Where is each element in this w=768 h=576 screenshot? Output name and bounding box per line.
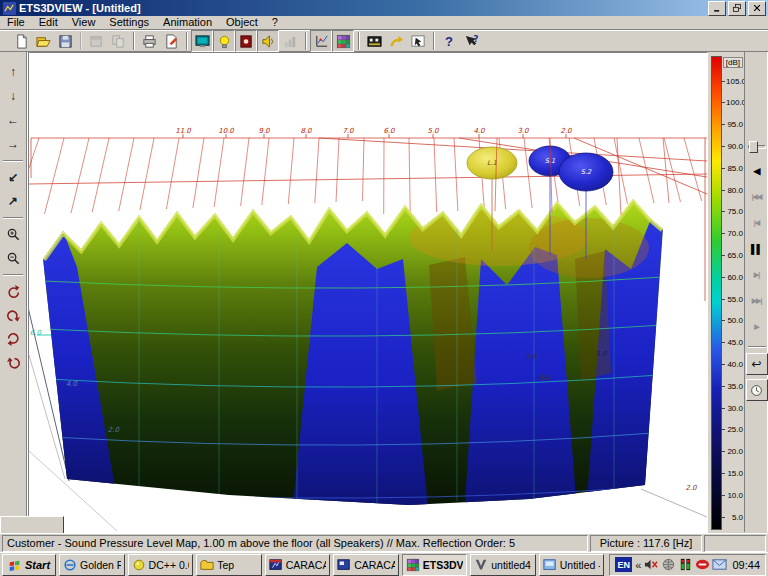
move-forward-button[interactable]: ↗ [1,189,25,213]
3d-spl-map[interactable]: L.1S.1S.2 11.010.09.08.07.06.05.04.03.02… [29,53,707,533]
taskbar: Start Golden Pa...DC++ 0.6...TepCARACAD … [0,552,768,576]
render-canvas[interactable]: L.1S.1S.2 11.010.09.08.07.06.05.04.03.02… [28,52,708,534]
page-setup-button[interactable] [160,30,182,52]
windows-flag-icon [8,558,22,572]
title-bar[interactable]: ETS3DVIEW - [Untitled] [0,0,768,16]
menu-item[interactable]: Settings [102,16,156,29]
language-indicator[interactable]: EN [615,557,632,572]
object-pick-button[interactable] [407,30,429,52]
menu-item[interactable]: View [65,16,103,29]
play-button[interactable]: ▶ [746,314,768,340]
tray-chevron[interactable]: « [635,559,641,571]
globe-icon [661,557,676,572]
db-scale-tick: 45.0 [721,338,743,348]
exportarc-icon [389,34,404,49]
left-axis-label: 4.0 [66,380,78,388]
animation-slider[interactable] [748,140,766,152]
status-bar: Customer - Sound Pressure Level Map, 1.0… [0,533,768,552]
copy-button[interactable] [107,30,129,52]
print-button[interactable] [138,30,160,52]
task-tep[interactable]: Tep [196,554,262,576]
pan-up-button[interactable]: ↑ [1,60,25,84]
task-golden-pa[interactable]: Golden Pa... [59,554,125,576]
save-button[interactable] [54,30,76,52]
window-copy-button[interactable] [85,30,107,52]
task-untitled[interactable]: Untitled - ... [539,554,605,576]
close-button[interactable] [748,1,766,16]
pan-right-button[interactable]: → [1,132,25,156]
pagered-icon [164,34,179,49]
db-scale-tick: 35.0 [721,381,743,391]
zoom-in-button[interactable] [1,222,25,246]
menu-item[interactable]: File [0,16,32,29]
restore-button[interactable] [728,1,746,16]
skip-start-button[interactable]: |◀◀ [746,184,768,210]
redbox-icon [239,34,254,49]
rotate-left-button[interactable] [1,351,25,375]
status-extra-panel [704,535,766,552]
depth-axis-label: 6.0 [538,374,550,382]
loudspeaker-toggle-button[interactable] [257,30,279,52]
zoomout-icon [6,251,21,266]
colorgrid-icon [336,34,351,49]
render-view-button[interactable] [191,30,213,52]
pan-left-button[interactable]: ← [1,108,25,132]
step-forward-button[interactable]: ▶| [746,262,768,288]
animation-export-button[interactable] [363,30,385,52]
task-dcpp[interactable]: DC++ 0.6... [128,554,194,576]
task-untitled4[interactable]: untitled4 - ... [470,554,536,576]
rotate-icon [6,284,21,299]
menu-item[interactable]: ? [265,16,285,29]
loop-button[interactable]: ↩ [746,353,768,375]
db-scale-tick: 75.0 [721,207,743,217]
floor-corner-label: 2.0 [685,484,697,492]
slider-thumb[interactable] [749,141,758,153]
toolbar-dock-corner [0,516,64,534]
db-scale-tick: 20.0 [721,447,743,457]
menu-item[interactable]: Animation [156,16,219,29]
app-icon [3,2,16,15]
menu-item[interactable]: Edit [32,16,65,29]
zoom-out-button[interactable] [1,246,25,270]
rotate-up-button[interactable] [1,279,25,303]
step-back-button[interactable]: |◀ [746,210,768,236]
new-button[interactable] [10,30,32,52]
db-scale-tick: 10.0 [721,490,743,500]
chart-bars-button[interactable] [279,30,301,52]
mapping-grid-button[interactable] [332,30,354,52]
taskbar-clock: 09:44 [732,559,760,571]
rotate-right-button[interactable] [1,303,25,327]
skip-end-button[interactable]: ▶▶| [746,288,768,314]
rotate-down-button[interactable] [1,327,25,351]
help-button[interactable]: ? [438,30,460,52]
open-button[interactable] [32,30,54,52]
db-scale-tick: 85.0 [721,163,743,173]
x-axis-label: 10.0 [218,127,234,135]
minimize-button[interactable] [708,1,726,16]
context-help-button[interactable] [460,30,482,52]
view-toolbar: ↑↓←→↙↗ [0,52,27,532]
realtime-clock-button[interactable] [746,379,768,401]
depth-axis-label: 5.0 [595,350,607,358]
pause-button[interactable]: ▌▌ [746,236,768,262]
pan-down-button[interactable]: ↓ [1,84,25,108]
material-toggle-button[interactable] [235,30,257,52]
reverse-play-button[interactable]: ◀ [746,158,768,184]
light-toggle-button[interactable] [213,30,235,52]
export-button[interactable] [385,30,407,52]
color-scale-panel: [dB] 105.0100.095.090.085.080.075.070.06… [708,52,744,532]
db-scale-tick: 95.0 [721,120,743,130]
move-back-button[interactable]: ↙ [1,165,25,189]
task-ets3dview[interactable]: ETS3DVIE... [402,554,468,576]
start-button[interactable]: Start [2,554,56,576]
task-caracal[interactable]: CARACAL... [333,554,399,576]
axes-plot-button[interactable] [310,30,332,52]
monitor-icon [195,34,210,49]
loudspeakers[interactable]: L.1S.1S.2 [467,146,613,191]
window-title: ETS3DVIEW - [Untitled] [19,2,706,14]
printer-icon [142,34,157,49]
db-scale-tick: 40.0 [721,359,743,369]
menu-item[interactable]: Object [219,16,265,29]
task-caracad[interactable]: CARACAD ... [265,554,331,576]
x-axis-label: 4.0 [473,127,485,135]
